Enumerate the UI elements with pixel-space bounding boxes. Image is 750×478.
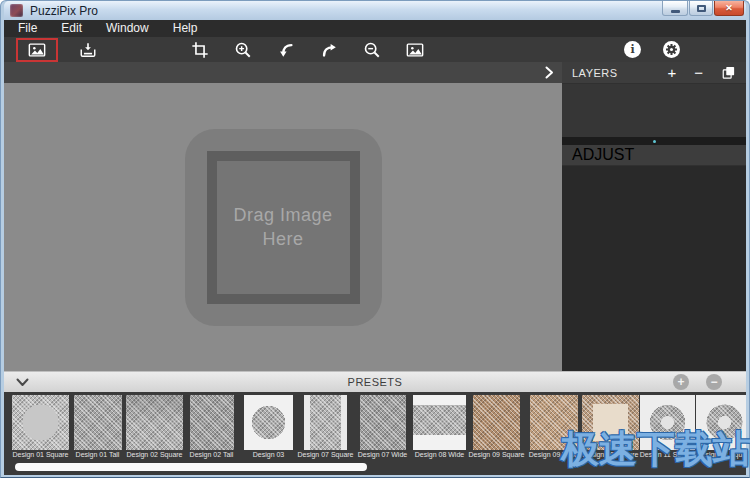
presets-scrollbar-thumb[interactable]: [15, 463, 367, 471]
preset-item[interactable]: Design 01 Square: [12, 395, 69, 459]
preset-item[interactable]: Design 02 Square: [126, 395, 183, 459]
window-title: PuzziPix Pro: [30, 4, 98, 18]
preset-label: Design 07 Wide: [354, 451, 411, 459]
layers-list: [562, 84, 746, 137]
info-icon: i: [630, 43, 634, 56]
preset-label: Design 09 Square: [468, 451, 525, 459]
minimize-icon: [671, 10, 680, 13]
title-bar: PuzziPix Pro ✕: [4, 1, 746, 20]
crop-button[interactable]: [182, 38, 218, 62]
settings-gear-icon: [663, 41, 680, 58]
layers-panel-header: LAYERS + −: [562, 62, 746, 84]
preset-item[interactable]: Design 09 Square: [468, 395, 525, 459]
add-preset-button[interactable]: +: [673, 374, 689, 390]
remove-preset-button[interactable]: −: [706, 374, 722, 390]
zoom-in-button[interactable]: [225, 38, 261, 62]
maximize-icon: [697, 5, 706, 12]
app-window: PuzziPix Pro ✕ File Edit Window Help: [0, 0, 750, 478]
preset-thumbnail[interactable]: [74, 395, 122, 450]
preset-thumbnail[interactable]: [304, 395, 347, 450]
zoom-out-icon: [363, 41, 381, 59]
remove-layer-button[interactable]: −: [694, 65, 703, 80]
preset-label: Design 01 Square: [12, 451, 69, 459]
preset-item[interactable]: Design 07 Wide: [354, 395, 411, 459]
add-layer-button[interactable]: +: [667, 65, 676, 80]
preset-item[interactable]: Design 01 Tall: [69, 395, 126, 459]
resize-handle-dot: [653, 140, 656, 143]
app-icon: [10, 4, 23, 17]
panel-collapse-button[interactable]: [545, 66, 554, 79]
presets-row: Design 01 Square Design 01 Tall Design 0…: [4, 392, 746, 459]
zoom-out-button[interactable]: [354, 38, 390, 62]
preset-item[interactable]: Design 09 Wide: [525, 395, 582, 459]
undo-button[interactable]: [268, 38, 304, 62]
window-content: File Edit Window Help: [4, 20, 746, 475]
preset-item[interactable]: Design 07 Square: [297, 395, 354, 459]
preset-thumbnail[interactable]: [12, 395, 69, 450]
layers-panel-title: LAYERS: [572, 67, 618, 79]
presets-collapse-button[interactable]: [16, 378, 29, 387]
open-image-button[interactable]: [16, 38, 58, 62]
preset-thumbnail[interactable]: [473, 395, 520, 450]
preset-thumbnail[interactable]: [244, 395, 293, 450]
menu-window[interactable]: Window: [94, 20, 161, 37]
chevron-right-icon: [545, 66, 554, 79]
import-image-icon: [78, 41, 98, 59]
crop-icon: [191, 41, 209, 59]
menu-edit[interactable]: Edit: [49, 20, 94, 37]
preset-label: Design 01 Tall: [69, 451, 126, 459]
canvas: Drag Image Here: [4, 83, 562, 371]
presets-bar: PRESETS + −: [4, 371, 746, 392]
duplicate-layer-icon: [721, 65, 736, 80]
open-image-icon: [27, 41, 47, 59]
preset-item[interactable]: Design 02 Tall: [183, 395, 240, 459]
duplicate-layer-button[interactable]: [721, 65, 736, 80]
right-panel: LAYERS + − ADJUST: [562, 62, 746, 371]
presets-area: Design 01 Square Design 01 Tall Design 0…: [4, 392, 746, 475]
toolbar: i: [4, 37, 746, 62]
presets-scrollbar[interactable]: [15, 463, 735, 471]
window-controls: ✕: [662, 1, 744, 16]
preset-label: Design 12 Square: [696, 451, 746, 459]
redo-button[interactable]: [311, 38, 347, 62]
import-image-button[interactable]: [70, 38, 106, 62]
adjust-panel-header: ADJUST: [562, 145, 746, 166]
close-button[interactable]: ✕: [714, 1, 744, 16]
preset-thumbnail[interactable]: [530, 395, 578, 450]
preset-thumbnail[interactable]: [582, 395, 639, 450]
preset-thumbnail[interactable]: [360, 395, 406, 450]
workspace: Drag Image Here LAYERS + −: [4, 62, 746, 371]
preset-item[interactable]: Design 10 Square: [582, 395, 639, 459]
preset-thumbnail[interactable]: [640, 395, 695, 450]
preset-label: Design 09 Wide: [525, 451, 582, 459]
preset-item[interactable]: Design 12 Square: [696, 395, 746, 459]
preset-item[interactable]: Design 08 Wide: [411, 395, 468, 459]
menu-file[interactable]: File: [6, 20, 49, 37]
undo-icon: [277, 41, 295, 59]
minimize-button[interactable]: [662, 1, 688, 16]
redo-icon: [320, 41, 338, 59]
preset-label: Design 11 Square: [639, 451, 696, 459]
image-drop-zone[interactable]: Drag Image Here: [185, 129, 382, 326]
info-button[interactable]: i: [624, 41, 641, 58]
preset-item[interactable]: Design 03: [240, 395, 297, 459]
maximize-button[interactable]: [689, 1, 713, 16]
presets-title: PRESETS: [4, 376, 746, 388]
preset-label: Design 07 Square: [297, 451, 354, 459]
chevron-down-icon: [16, 378, 29, 387]
preset-thumbnail[interactable]: [190, 395, 234, 450]
preset-thumbnail[interactable]: [696, 395, 746, 450]
settings-button[interactable]: [663, 41, 680, 58]
drop-zone-text: Drag Image Here: [227, 203, 339, 252]
drop-zone-frame: Drag Image Here: [207, 151, 360, 304]
preset-label: Design 10 Square: [582, 451, 639, 459]
place-image-button[interactable]: [397, 38, 433, 62]
preset-label: Design 03: [240, 451, 297, 459]
preset-label: Design 02 Square: [126, 451, 183, 459]
preset-thumbnail[interactable]: [413, 395, 466, 450]
panel-resize-handle[interactable]: [562, 137, 746, 145]
preset-thumbnail[interactable]: [126, 395, 183, 450]
menu-help[interactable]: Help: [161, 20, 210, 37]
preset-item[interactable]: Design 11 Square: [639, 395, 696, 459]
preset-label: Design 08 Wide: [411, 451, 468, 459]
